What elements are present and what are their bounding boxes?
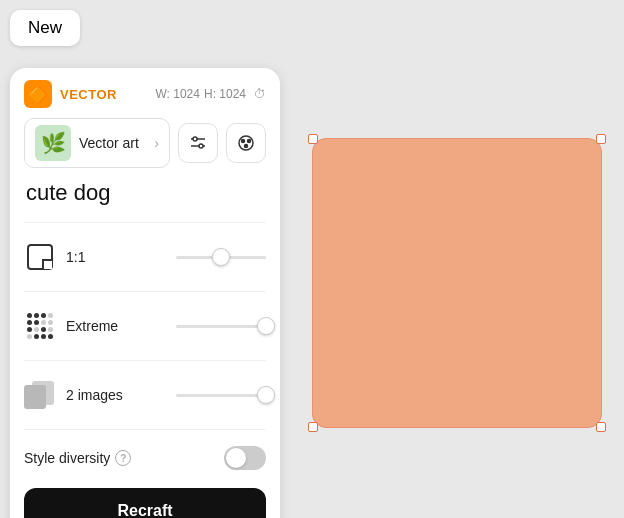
style-card[interactable]: 🌿 Vector art › xyxy=(24,118,170,168)
style-card-label: Vector art xyxy=(79,135,139,151)
aspect-ratio-slider[interactable] xyxy=(171,256,266,259)
vector-icon: 🔶 xyxy=(24,80,52,108)
panel-header: 🔶 VECTOR W: 1024 H: 1024 ⏱ xyxy=(24,80,266,108)
svg-point-6 xyxy=(248,140,251,143)
divider-2 xyxy=(24,291,266,292)
svg-point-5 xyxy=(242,140,245,143)
images-slider-thumb xyxy=(257,386,275,404)
canvas-box xyxy=(312,138,602,428)
slider-thumb xyxy=(212,248,230,266)
toggle-knob xyxy=(226,448,246,468)
detail-slider-thumb xyxy=(257,317,275,335)
style-card-image: 🌿 xyxy=(35,125,71,161)
style-diversity-toggle[interactable] xyxy=(224,446,266,470)
settings-panel: 🔶 VECTOR W: 1024 H: 1024 ⏱ 🌿 Vector art … xyxy=(10,68,280,518)
detail-icon xyxy=(24,310,56,342)
style-diversity-row: Style diversity ? xyxy=(24,438,266,478)
sliders-icon xyxy=(188,133,208,153)
style-row: 🌿 Vector art › xyxy=(24,118,266,168)
recraft-button[interactable]: Recraft xyxy=(24,488,266,518)
handle-bottom-right xyxy=(596,422,606,432)
aspect-ratio-row: 1:1 xyxy=(24,231,266,283)
handle-bottom-left xyxy=(308,422,318,432)
adjust-icon-button[interactable] xyxy=(178,123,218,163)
detail-slider[interactable] xyxy=(171,325,266,328)
height-label: H: 1024 xyxy=(204,87,246,101)
divider-3 xyxy=(24,360,266,361)
images-icon xyxy=(24,379,56,411)
detail-row: Extreme xyxy=(24,300,266,352)
prompt-text: cute dog xyxy=(24,180,266,206)
new-button[interactable]: New xyxy=(10,10,80,46)
images-label: 2 images xyxy=(66,387,161,403)
images-row: 2 images xyxy=(24,369,266,421)
aspect-ratio-icon xyxy=(24,241,56,273)
svg-point-7 xyxy=(245,145,248,148)
palette-icon xyxy=(236,133,256,153)
divider-4 xyxy=(24,429,266,430)
settings-icon[interactable]: ⏱ xyxy=(254,87,266,101)
help-icon[interactable]: ? xyxy=(115,450,131,466)
dimensions: W: 1024 H: 1024 ⏱ xyxy=(155,87,266,101)
handle-top-left xyxy=(308,134,318,144)
type-label: VECTOR xyxy=(60,87,117,102)
images-slider[interactable] xyxy=(171,394,266,397)
canvas-area xyxy=(300,68,614,498)
width-label: W: 1024 xyxy=(155,87,199,101)
aspect-ratio-label: 1:1 xyxy=(66,249,161,265)
svg-point-3 xyxy=(199,144,203,148)
handle-top-right xyxy=(596,134,606,144)
svg-point-1 xyxy=(193,137,197,141)
detail-label: Extreme xyxy=(66,318,161,334)
chevron-right-icon: › xyxy=(154,135,159,151)
divider-1 xyxy=(24,222,266,223)
style-diversity-label: Style diversity ? xyxy=(24,450,224,466)
palette-icon-button[interactable] xyxy=(226,123,266,163)
